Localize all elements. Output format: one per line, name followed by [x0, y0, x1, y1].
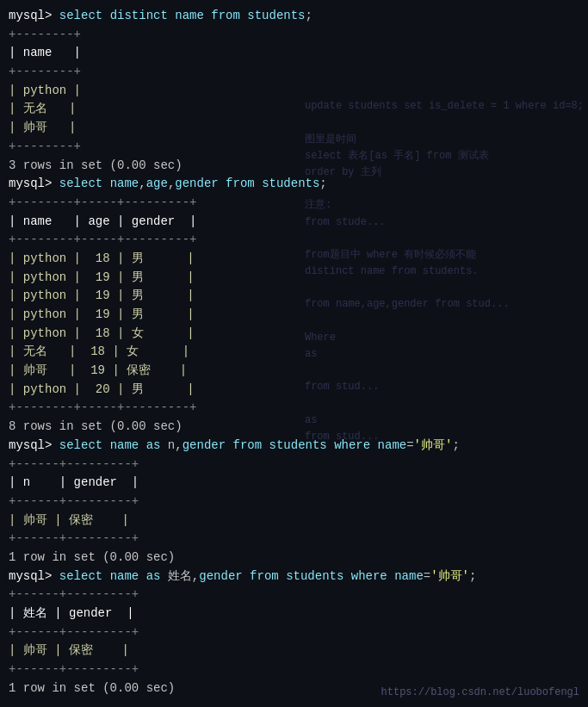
terminal-line: mysql> select distinct name from student…: [9, 7, 579, 26]
terminal-line: | python | 19 | 男 |: [9, 306, 579, 325]
terminal-line: +--------+: [9, 63, 579, 82]
terminal-line: 3 rows in set (0.00 sec): [9, 157, 579, 176]
terminal-line: | python | 18 | 女 |: [9, 325, 579, 344]
terminal-line: +--------+-----+---------+: [9, 231, 579, 250]
terminal-line: | python | 19 | 男 |: [9, 287, 579, 306]
terminal-line: 8 rows in set (0.00 sec): [9, 418, 579, 437]
terminal-window: mysql> select distinct name from student…: [0, 0, 588, 707]
terminal-line: | n | gender |: [9, 474, 579, 493]
terminal-line: +--------+-----+---------+: [9, 399, 579, 418]
terminal-line: | name |: [9, 44, 579, 63]
terminal-line: | python |: [9, 82, 579, 101]
terminal-content: mysql> select distinct name from student…: [9, 7, 579, 698]
terminal-line: | 帅哥 |: [9, 119, 579, 138]
terminal-line: +------+---------+: [9, 530, 579, 549]
terminal-line: | 无名 |: [9, 100, 579, 119]
terminal-line: +------+---------+: [9, 493, 579, 512]
terminal-line: +--------+-----+---------+: [9, 194, 579, 213]
terminal-line: mysql> select name as n,gender from stud…: [9, 437, 579, 456]
terminal-line: | python | 19 | 男 |: [9, 269, 579, 288]
terminal-line: | python | 18 | 男 |: [9, 250, 579, 269]
terminal-line: | 帅哥 | 保密 |: [9, 642, 579, 660]
terminal-line: 1 row in set (0.00 sec): [9, 549, 579, 567]
terminal-line: mysql> select name as 姓名,gender from stu…: [9, 567, 579, 586]
terminal-line: +------+---------+: [9, 456, 579, 474]
terminal-line: +------+---------+: [9, 623, 579, 642]
terminal-line: | 帅哥 | 保密 |: [9, 512, 579, 530]
terminal-line: mysql> select name,age,gender from stude…: [9, 175, 579, 194]
terminal-line: | 帅哥 | 19 | 保密 |: [9, 362, 579, 381]
terminal-line: +--------+: [9, 138, 579, 157]
watermark: https://blog.csdn.net/luobofengl: [381, 686, 579, 698]
terminal-line: +------+---------+: [9, 586, 579, 605]
terminal-line: +------+---------+: [9, 660, 579, 679]
terminal-line: +--------+: [9, 26, 579, 45]
terminal-line: | python | 20 | 男 |: [9, 381, 579, 400]
terminal-line: | name | age | gender |: [9, 213, 579, 232]
terminal-line: | 姓名 | gender |: [9, 605, 579, 623]
terminal-line: | 无名 | 18 | 女 |: [9, 343, 579, 362]
